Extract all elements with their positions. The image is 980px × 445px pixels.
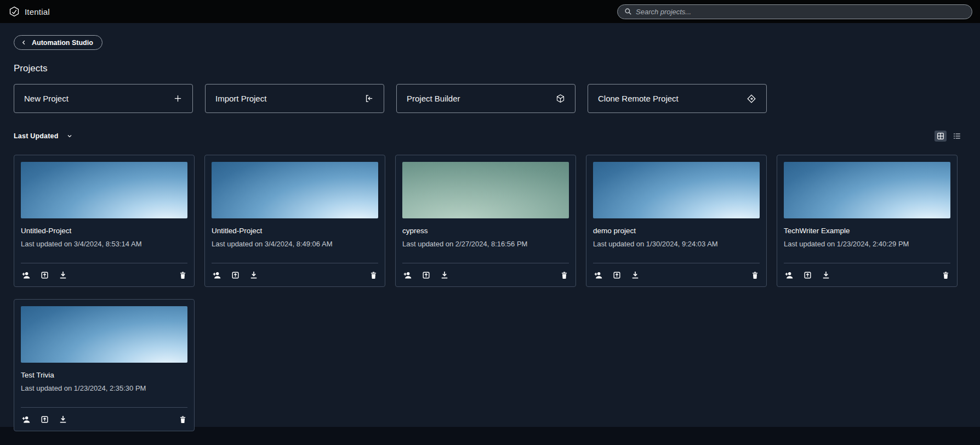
share-project-button[interactable] (593, 270, 603, 280)
download-project-button[interactable] (821, 270, 831, 280)
project-grid: Untitled-Project Last updated on 3/4/202… (14, 155, 966, 431)
person-add-icon (593, 270, 603, 280)
clone-remote-icon (747, 94, 756, 104)
trash-icon (369, 271, 378, 280)
project-card[interactable]: Untitled-Project Last updated on 3/4/202… (14, 155, 195, 287)
action-buttons-row: New Project Import Project Project Build… (14, 84, 966, 113)
share-project-button[interactable] (21, 414, 31, 425)
new-project-button[interactable]: New Project (14, 84, 193, 113)
clone-remote-project-button[interactable]: Clone Remote Project (588, 84, 767, 113)
project-title: Test Trivia (21, 371, 187, 379)
project-thumbnail (212, 162, 378, 218)
sort-label: Last Updated (14, 132, 59, 140)
project-thumbnail (593, 162, 760, 218)
share-project-button[interactable] (212, 270, 222, 280)
project-card[interactable]: demo project Last updated on 1/30/2024, … (586, 155, 767, 287)
project-updated: Last updated on 2/27/2024, 8:16:56 PM (402, 240, 569, 248)
search-input[interactable] (636, 8, 965, 16)
back-button[interactable]: Automation Studio (14, 35, 102, 50)
delete-project-button[interactable] (750, 271, 760, 280)
project-card[interactable]: cypress Last updated on 2/27/2024, 8:16:… (395, 155, 576, 287)
download-project-button[interactable] (249, 270, 259, 280)
grid-view-button[interactable] (935, 131, 947, 142)
list-toolbar: Last Updated (14, 131, 966, 142)
person-add-icon (21, 270, 31, 280)
person-add-icon (402, 270, 413, 280)
share-project-button[interactable] (402, 270, 413, 280)
project-updated: Last updated on 1/23/2024, 2:40:29 PM (784, 240, 950, 248)
export-project-button[interactable] (612, 271, 622, 280)
delete-project-button[interactable] (941, 271, 950, 280)
brand: Itential (9, 6, 50, 17)
delete-project-button[interactable] (178, 271, 187, 280)
download-project-button[interactable] (630, 270, 640, 280)
plus-icon (173, 94, 183, 103)
import-project-label: Import Project (215, 94, 266, 103)
new-project-label: New Project (24, 94, 69, 103)
project-card[interactable]: Untitled-Project Last updated on 3/4/202… (204, 155, 385, 287)
card-actions-left (212, 270, 259, 280)
project-title: cypress (402, 227, 569, 235)
download-icon (440, 270, 449, 280)
export-icon (231, 271, 240, 280)
clone-icon: Clone Remote Project (598, 94, 679, 103)
back-button-label: Automation Studio (32, 39, 93, 47)
project-title: TechWriter Example (784, 227, 950, 235)
download-icon (58, 270, 68, 280)
sort-dropdown[interactable]: Last Updated (14, 132, 73, 140)
project-title: Untitled-Project (21, 227, 187, 235)
project-card[interactable]: TechWriter Example Last updated on 1/23/… (777, 155, 958, 287)
download-project-button[interactable] (58, 414, 68, 424)
project-title: demo project (593, 227, 760, 235)
brand-name: Itential (25, 7, 50, 16)
share-project-button[interactable] (784, 270, 794, 280)
card-action-bar (784, 263, 950, 286)
card-actions-left (21, 270, 68, 280)
import-icon (364, 94, 374, 103)
download-icon (249, 270, 259, 280)
export-project-button[interactable] (803, 271, 812, 280)
project-updated: Last updated on 1/30/2024, 9:24:03 AM (593, 240, 760, 248)
download-project-button[interactable] (58, 270, 68, 280)
import-project-button[interactable]: Import Project (205, 84, 384, 113)
project-title: Untitled-Project (212, 227, 378, 235)
export-project-button[interactable] (40, 415, 49, 424)
download-icon (821, 270, 831, 280)
top-bar: Itential (0, 0, 980, 23)
delete-project-button[interactable] (178, 415, 187, 424)
search-icon (624, 8, 632, 15)
trash-icon (178, 415, 187, 424)
card-action-bar (212, 263, 378, 286)
download-project-button[interactable] (440, 270, 449, 280)
project-thumbnail (784, 162, 950, 218)
project-builder-label: Project Builder (407, 94, 460, 103)
export-icon (40, 415, 49, 424)
export-project-button[interactable] (40, 271, 49, 280)
search-box[interactable] (617, 4, 972, 19)
project-thumbnail (402, 162, 569, 218)
page-title: Projects (14, 63, 966, 74)
export-project-button[interactable] (421, 271, 431, 280)
project-updated: Last updated on 3/4/2024, 8:49:06 AM (212, 240, 378, 248)
download-icon (630, 270, 640, 280)
delete-project-button[interactable] (560, 271, 569, 280)
grid-view-icon (936, 132, 945, 140)
export-icon (421, 271, 431, 280)
view-toggle (935, 131, 963, 142)
share-project-button[interactable] (21, 270, 31, 280)
itential-logo-icon (9, 6, 20, 17)
export-project-button[interactable] (231, 271, 240, 280)
person-add-icon (212, 270, 222, 280)
project-card[interactable]: Test Trivia Last updated on 1/23/2024, 2… (14, 299, 195, 431)
trash-icon (178, 271, 187, 280)
main-content: Automation Studio Projects New Project I… (0, 23, 980, 427)
card-action-bar (402, 263, 569, 286)
delete-project-button[interactable] (369, 271, 378, 280)
list-view-button[interactable] (951, 131, 963, 142)
project-builder-button[interactable]: Project Builder (396, 84, 576, 113)
cube-icon (556, 94, 565, 103)
card-action-bar (21, 407, 187, 431)
card-actions-left (21, 414, 68, 425)
export-icon (40, 271, 49, 280)
project-thumbnail (21, 162, 187, 218)
